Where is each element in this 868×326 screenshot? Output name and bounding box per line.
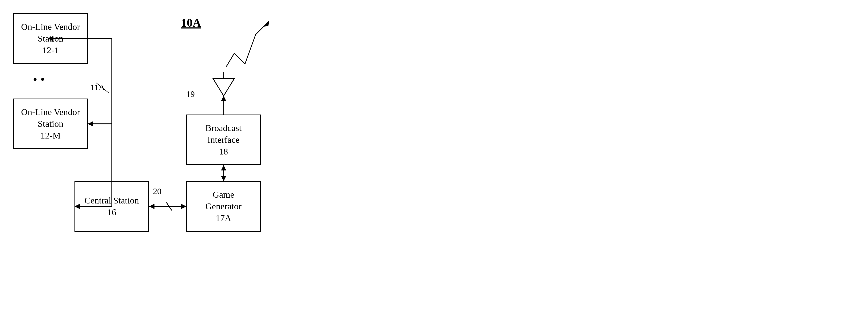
svg-marker-9: [88, 121, 93, 127]
central-station-a: Central Station 16: [74, 181, 149, 232]
label-19-a: 19: [186, 89, 195, 99]
diagram-a: 10A On-Line Vendor Station 12-1 • • On-L…: [0, 0, 434, 326]
diagram-a-label: 10A: [181, 16, 201, 30]
svg-marker-15: [181, 204, 186, 209]
game-generator-a: Game Generator 17A: [186, 181, 261, 232]
svg-marker-0: [213, 79, 235, 96]
svg-line-17: [166, 202, 172, 210]
vendor-station-m-a: On-Line Vendor Station 12-M: [13, 99, 88, 149]
label-11a: 11A: [90, 83, 105, 92]
svg-marker-20: [221, 165, 226, 170]
label-20-a: 20: [153, 186, 161, 196]
main-container: 10A On-Line Vendor Station 12-1 • • On-L…: [0, 0, 868, 326]
dots-a: • •: [33, 73, 45, 86]
svg-marker-2: [264, 21, 269, 27]
svg-marker-19: [221, 176, 226, 181]
vendor-station-1-a: On-Line Vendor Station 12-1: [13, 13, 88, 64]
broadcast-interface-a: Broadcast Interface 18: [186, 114, 261, 165]
svg-marker-16: [149, 204, 155, 209]
svg-marker-22: [221, 96, 226, 101]
